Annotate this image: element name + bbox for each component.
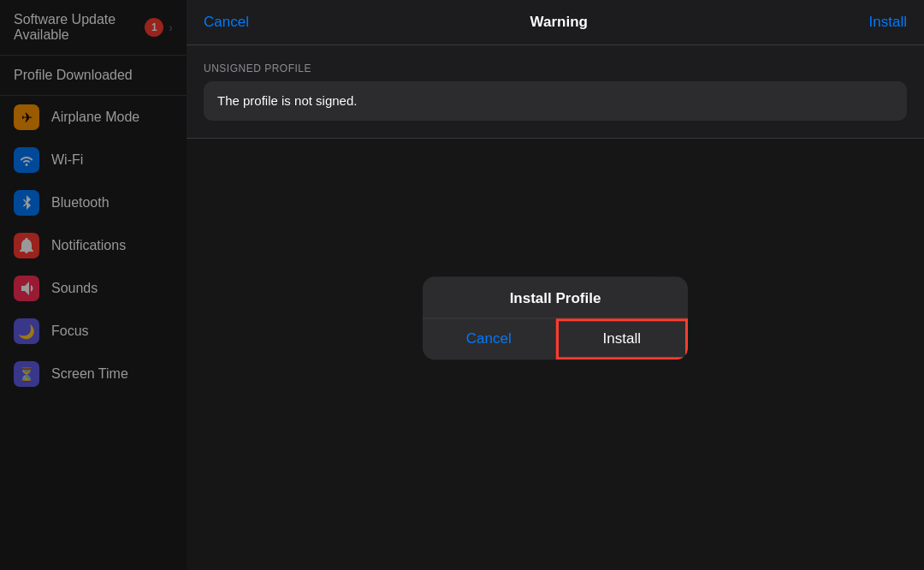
unsigned-message: The profile is not signed. — [217, 93, 357, 108]
install-profile-title: Install Profile — [423, 276, 688, 318]
dialog-cancel-button[interactable]: Cancel — [423, 318, 556, 359]
install-profile-buttons: Cancel Install — [423, 318, 688, 359]
warning-body: UNSIGNED PROFILE The profile is not sign… — [187, 45, 924, 138]
sidebar-overlay — [0, 0, 187, 570]
warning-title: Warning — [530, 14, 588, 31]
warning-header: Cancel Warning Install — [187, 0, 924, 45]
install-profile-dialog: Install Profile Cancel Install — [423, 276, 688, 359]
warning-modal: Cancel Warning Install UNSIGNED PROFILE … — [187, 0, 924, 139]
unsigned-box: The profile is not signed. — [204, 81, 907, 121]
warning-install-button[interactable]: Install — [869, 14, 907, 31]
unsigned-section-label: UNSIGNED PROFILE — [204, 62, 907, 74]
dialog-install-button[interactable]: Install — [556, 318, 689, 359]
warning-modal-overlay: Cancel Warning Install UNSIGNED PROFILE … — [187, 0, 924, 570]
warning-cancel-button[interactable]: Cancel — [204, 14, 249, 31]
